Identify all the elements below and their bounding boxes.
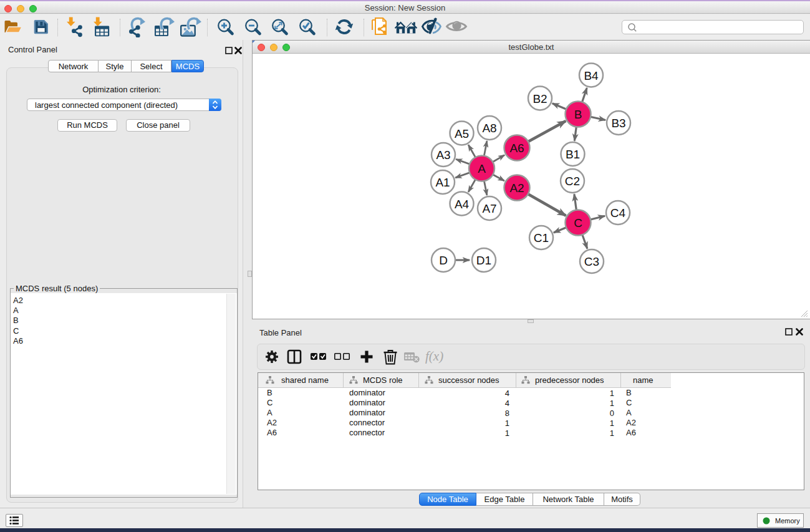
svg-text:A4: A4 xyxy=(455,198,470,211)
svg-text:B4: B4 xyxy=(584,69,599,82)
svg-text:A6: A6 xyxy=(509,142,524,155)
svg-text:C3: C3 xyxy=(584,255,599,268)
svg-text:A8: A8 xyxy=(482,122,496,135)
svg-text:C1: C1 xyxy=(534,231,549,244)
svg-text:C: C xyxy=(574,216,582,230)
svg-text:B1: B1 xyxy=(566,148,580,161)
svg-text:D: D xyxy=(439,254,448,267)
svg-text:A3: A3 xyxy=(436,148,450,162)
svg-text:C2: C2 xyxy=(565,175,580,188)
svg-text:B: B xyxy=(574,108,582,121)
svg-text:C4: C4 xyxy=(610,206,626,220)
svg-text:A7: A7 xyxy=(482,202,496,215)
svg-text:f(x): f(x) xyxy=(425,349,443,364)
svg-text:A1: A1 xyxy=(435,176,450,189)
svg-text:D1: D1 xyxy=(476,254,491,267)
svg-text:A5: A5 xyxy=(455,127,469,140)
svg-text:A2: A2 xyxy=(509,181,524,195)
svg-text:B3: B3 xyxy=(611,117,625,130)
svg-text:B2: B2 xyxy=(533,92,547,105)
svg-text:A: A xyxy=(478,162,486,175)
